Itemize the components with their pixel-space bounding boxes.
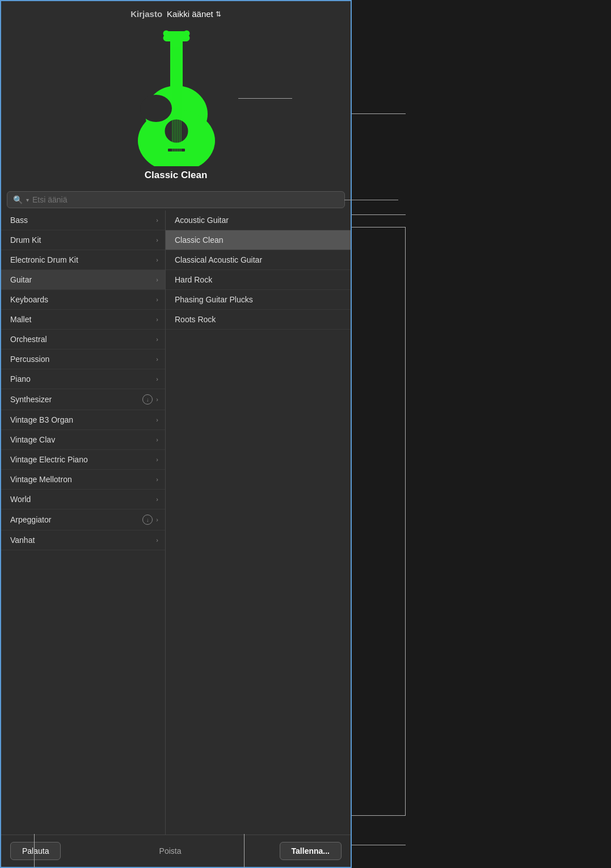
instrument-name: Classic Clean [145, 170, 208, 181]
left-pane-item[interactable]: World› [1, 490, 165, 509]
callout-line-guitar [238, 98, 292, 99]
anno-bracket-right [405, 227, 406, 816]
chevron-right-icon: › [156, 376, 158, 382]
category-label: World [10, 495, 31, 504]
anno-line-save [352, 845, 406, 845]
anno-line-search [352, 214, 406, 215]
right-pane-item[interactable]: Acoustic Guitar [166, 210, 351, 230]
left-pane-item[interactable]: Percussion› [1, 349, 165, 369]
chevron-right-icon: › [156, 476, 158, 483]
item-right-area: › [156, 476, 158, 483]
right-pane-item[interactable]: Hard Rock [166, 270, 351, 290]
left-pane-item[interactable]: Piano› [1, 369, 165, 389]
category-label: Vintage Electric Piano [10, 455, 88, 464]
category-label: Keyboards [10, 295, 48, 304]
category-label: Vintage Clav [10, 435, 55, 444]
restore-button[interactable]: Palauta [10, 842, 61, 860]
chevron-right-icon: › [156, 256, 158, 263]
left-pane-item[interactable]: Arpeggiator↓› [1, 509, 165, 530]
anno-bracket-top-h [352, 227, 406, 227]
category-label: Mallet [10, 315, 31, 324]
chevron-right-icon: › [156, 496, 158, 503]
guitar-svg [113, 30, 238, 166]
chevron-right-icon: › [156, 276, 158, 283]
sound-label: Classic Clean [175, 235, 224, 245]
category-label: Orchestral [10, 335, 47, 344]
left-pane-item[interactable]: Vanhat› [1, 530, 165, 550]
category-label: Bass [10, 216, 28, 225]
left-pane-item[interactable]: Guitar› [1, 270, 165, 290]
svg-point-5 [184, 36, 189, 40]
item-right-area: › [156, 376, 158, 382]
chevron-right-icon: › [156, 396, 158, 403]
item-right-area: ↓› [142, 515, 158, 525]
anno-line-restore [34, 834, 35, 868]
chevron-right-icon: › [156, 436, 158, 443]
chevron-right-icon: › [156, 217, 158, 224]
footer: Palauta Poista Tallenna... [1, 835, 351, 867]
left-pane-item[interactable]: Vintage Mellotron› [1, 470, 165, 490]
category-label: Vintage B3 Organ [10, 415, 73, 424]
category-label: Piano [10, 374, 31, 384]
list-area: Bass›Drum Kit›Electronic Drum Kit›Guitar… [1, 210, 351, 835]
left-pane-item[interactable]: Bass› [1, 210, 165, 230]
chevron-right-icon: › [156, 356, 158, 363]
download-icon[interactable]: ↓ [142, 515, 153, 525]
chevron-right-icon: › [156, 316, 158, 323]
item-right-area: › [156, 217, 158, 224]
updown-icon: ⇅ [216, 10, 221, 18]
sound-label: Classical Acoustic Guitar [175, 255, 262, 264]
search-chevron-icon: ▾ [26, 197, 29, 203]
item-right-area: › [156, 416, 158, 423]
anno-line-delete [244, 834, 245, 868]
svg-point-21 [174, 165, 179, 166]
chevron-right-icon: › [156, 237, 158, 243]
item-right-area: › [156, 496, 158, 503]
sound-label: Acoustic Guitar [175, 216, 229, 225]
item-right-area: › [156, 316, 158, 323]
sound-label: Roots Rock [175, 315, 216, 324]
svg-point-9 [164, 119, 189, 144]
search-icon: 🔍 [13, 195, 23, 204]
item-right-area: ↓› [142, 394, 158, 404]
category-label: Guitar [10, 275, 32, 284]
right-pane-item[interactable]: Phasing Guitar Plucks [166, 290, 351, 310]
right-pane-item[interactable]: Roots Rock [166, 310, 351, 330]
sound-selector[interactable]: Kaikki äänet ⇅ [167, 9, 221, 19]
left-pane-item[interactable]: Synthesizer↓› [1, 389, 165, 410]
save-button[interactable]: Tallenna... [280, 842, 342, 860]
item-right-area: › [156, 237, 158, 243]
left-pane-item[interactable]: Vintage Clav› [1, 430, 165, 450]
delete-button[interactable]: Poista [148, 842, 193, 859]
item-right-area: › [156, 256, 158, 263]
search-bar[interactable]: 🔍 ▾ [7, 191, 345, 208]
item-right-area: › [156, 456, 158, 463]
svg-point-3 [164, 36, 168, 40]
download-icon[interactable]: ↓ [142, 394, 153, 404]
category-label: Drum Kit [10, 235, 41, 245]
search-input[interactable] [32, 195, 339, 204]
left-pane-item[interactable]: Vintage B3 Organ› [1, 410, 165, 430]
anno-line-top [352, 113, 406, 114]
left-pane-item[interactable]: Keyboards› [1, 290, 165, 310]
left-pane-item[interactable]: Vintage Electric Piano› [1, 450, 165, 470]
header: Kirjasto Kaikki äänet ⇅ [1, 1, 351, 24]
guitar-area: Classic Clean [1, 24, 351, 189]
left-pane-item[interactable]: Electronic Drum Kit› [1, 250, 165, 270]
guitar-image [113, 30, 238, 166]
selector-label: Kaikki äänet [167, 9, 213, 19]
left-pane-item[interactable]: Orchestral› [1, 330, 165, 349]
left-pane-item[interactable]: Mallet› [1, 310, 165, 330]
left-pane-item[interactable]: Drum Kit› [1, 230, 165, 250]
right-pane-item[interactable]: Classic Clean [166, 230, 351, 250]
item-right-area: › [156, 276, 158, 283]
right-pane-item[interactable]: Classical Acoustic Guitar [166, 250, 351, 270]
chevron-right-icon: › [156, 296, 158, 303]
item-right-area: › [156, 537, 158, 543]
svg-point-8 [140, 95, 172, 122]
kirjasto-label: Kirjasto [130, 9, 162, 19]
main-panel: Kirjasto Kaikki äänet ⇅ [0, 0, 352, 868]
item-right-area: › [156, 436, 158, 443]
item-right-area: › [156, 296, 158, 303]
anno-bracket-bot-h [352, 815, 406, 816]
